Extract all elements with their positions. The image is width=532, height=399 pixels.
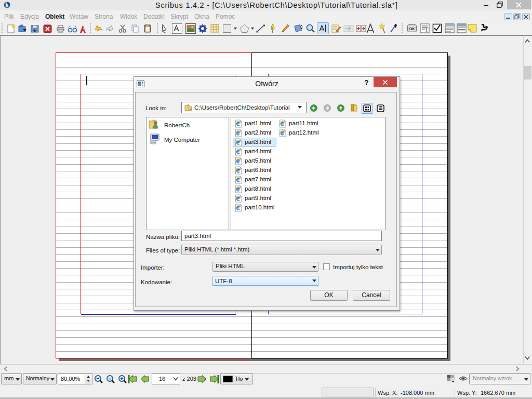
svg-text:1: 1 <box>109 377 111 381</box>
svg-text:OK: OK <box>409 27 415 31</box>
